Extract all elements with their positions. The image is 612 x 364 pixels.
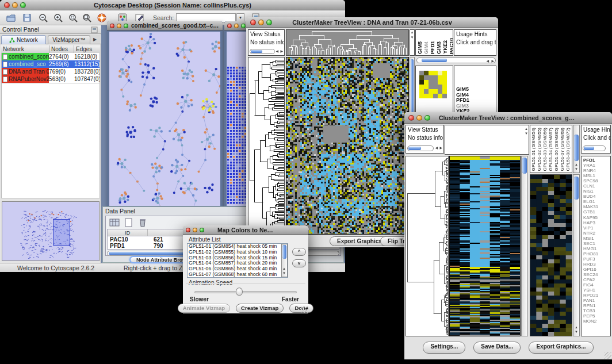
scroll-thumb[interactable]: [422, 59, 447, 62]
close-icon[interactable]: [110, 24, 114, 28]
attribute-list-scrollbar[interactable]: ▲ ▼: [281, 244, 288, 277]
scroll-down-icon[interactable]: ▼: [525, 131, 528, 136]
help-lifering-icon[interactable]: [97, 13, 107, 23]
scroll-down-icon[interactable]: ▼: [410, 35, 414, 40]
overview-canvas[interactable]: [2, 202, 99, 260]
tv2-zoom-scrollbar[interactable]: ▲ ▼: [573, 174, 580, 336]
matrix-cell[interactable]: [424, 75, 429, 80]
matrix-cell[interactable]: [419, 71, 424, 75]
heatmap-canvas[interactable]: [450, 156, 520, 336]
col-nodes[interactable]: Nodes: [49, 45, 74, 53]
treeview-button[interactable]: Export Graphics...: [529, 342, 593, 354]
tab-network[interactable]: Network: [1, 35, 46, 44]
gene-label[interactable]: NIS1: [582, 189, 610, 194]
scroll-down-icon[interactable]: ▼: [575, 167, 578, 172]
scroll-thumb[interactable]: [282, 245, 286, 259]
gene-label[interactable]: SEC24: [582, 272, 610, 277]
tv2-labels-scrollbar[interactable]: ▲ ▼: [573, 125, 580, 173]
gene-label[interactable]: PAN1: [582, 298, 610, 303]
zoom-window-icon[interactable]: [124, 24, 128, 28]
gene-label[interactable]: SEC1: [582, 241, 610, 246]
column-label[interactable]: GIM3: [436, 41, 442, 54]
scroll-down-icon[interactable]: ▼: [282, 271, 286, 276]
matrix-cell[interactable]: [438, 89, 442, 94]
tv1-row-dendrogram[interactable]: [248, 57, 285, 235]
close-icon[interactable]: [4, 2, 10, 8]
gene-label[interactable]: RPN1: [582, 303, 610, 308]
minimize-icon[interactable]: [416, 115, 422, 121]
tv2-column-tree-area[interactable]: ▲ ▼: [445, 125, 529, 155]
matrix-cell[interactable]: [433, 75, 438, 80]
matrix-cell[interactable]: [438, 80, 442, 85]
gene-label[interactable]: RNR4: [582, 168, 610, 173]
minimize-icon[interactable]: [117, 24, 121, 28]
minimize-icon[interactable]: [193, 228, 197, 232]
float-panel-icon[interactable]: [91, 26, 98, 33]
scroll-thumb[interactable]: [584, 147, 594, 150]
network-overview[interactable]: [2, 201, 100, 261]
gene-label[interactable]: PHO81: [582, 251, 610, 256]
resize-grip[interactable]: [605, 352, 611, 359]
matrix-cell[interactable]: [419, 94, 424, 98]
close-icon[interactable]: [408, 115, 414, 121]
gene-label[interactable]: VIP1: [582, 225, 610, 231]
gene-label[interactable]: PEP5: [582, 313, 610, 319]
column-label[interactable]: GIM5: [417, 41, 423, 54]
zoom-fit-icon[interactable]: [82, 13, 92, 23]
gene-label[interactable]: HAP3: [582, 220, 610, 225]
network-table-row[interactable]: DNA and Tran 07 769(0) 183728(0): [2, 68, 100, 75]
row-dendrogram-canvas[interactable]: [248, 58, 284, 234]
scroll-thumb[interactable]: [574, 177, 579, 200]
gene-label[interactable]: CLN1: [582, 183, 610, 189]
heatmap-canvas[interactable]: [286, 58, 408, 234]
dialog-button[interactable]: Animate Vizmap: [178, 304, 230, 313]
gene-label[interactable]: CPA2: [582, 277, 610, 282]
treeview1-titlebar[interactable]: ClusterMaker TreeView : DNA and Tran 07-…: [246, 17, 498, 28]
matrix-cell[interactable]: [424, 85, 429, 89]
gene-label[interactable]: GPI16: [582, 267, 610, 272]
select-attributes-icon[interactable]: [109, 218, 120, 227]
matrix-cell[interactable]: [419, 89, 424, 94]
matrix-cell[interactable]: [429, 71, 433, 75]
tv1-heatmap[interactable]: [286, 57, 409, 235]
matrix-cell[interactable]: [442, 89, 447, 94]
matrix-cell[interactable]: [442, 71, 447, 75]
network-table-row[interactable]: combined_scores 2764(0) 16218(0): [2, 53, 100, 60]
col-edges[interactable]: Edges: [74, 45, 99, 53]
move-up-button[interactable]: ^: [292, 248, 306, 256]
matrix-cell[interactable]: [433, 71, 438, 75]
gene-label[interactable]: PUF3: [582, 256, 610, 262]
zoom-window-icon[interactable]: [200, 228, 204, 232]
zoom-window-icon[interactable]: [20, 2, 26, 8]
close-icon[interactable]: [186, 228, 190, 232]
gene-label[interactable]: HMG1: [582, 246, 610, 251]
column-label[interactable]: GPL51-07 (GSM868): [560, 128, 565, 171]
zoom-selected-icon[interactable]: [68, 13, 78, 23]
gene-label[interactable]: TCB3: [582, 308, 610, 313]
slider-thumb[interactable]: [236, 288, 243, 296]
minimize-icon[interactable]: [12, 2, 18, 8]
matrix-cell[interactable]: [433, 85, 438, 89]
tv1-column-dendrogram[interactable]: [286, 29, 409, 56]
column-label[interactable]: GPL51-06 (GSM865): [554, 128, 560, 171]
scroll-left-icon[interactable]: ◀: [435, 145, 438, 151]
gene-label[interactable]: SPC98: [582, 178, 610, 183]
tv2-row-dendrogram[interactable]: [406, 156, 449, 336]
treeview-button[interactable]: Save Data...: [473, 342, 521, 354]
cytoscape-titlebar[interactable]: Cytoscape Desktop (Session Name: collins…: [0, 0, 345, 10]
tv2-zoom-heatmap[interactable]: [530, 174, 572, 336]
scroll-thumb[interactable]: [574, 135, 579, 161]
zoom-in-icon[interactable]: [53, 13, 63, 23]
column-label[interactable]: PFD1: [430, 41, 435, 54]
gene-label[interactable]: GTB1: [582, 209, 610, 214]
save-icon[interactable]: [22, 13, 32, 23]
gene-label[interactable]: BUD4: [582, 194, 610, 199]
column-label[interactable]: GPL51-08 (GSM872): [565, 128, 571, 171]
matrix-cell[interactable]: [442, 85, 447, 89]
matrix-cell[interactable]: [438, 75, 442, 80]
dialog-titlebar[interactable]: Map Colors to Network: [183, 225, 308, 235]
matrix-cell[interactable]: [433, 94, 438, 98]
zoom-window-icon[interactable]: [266, 20, 272, 25]
scroll-right-icon[interactable]: ▶: [491, 59, 494, 64]
overview-viewport-rect[interactable]: [53, 219, 70, 246]
